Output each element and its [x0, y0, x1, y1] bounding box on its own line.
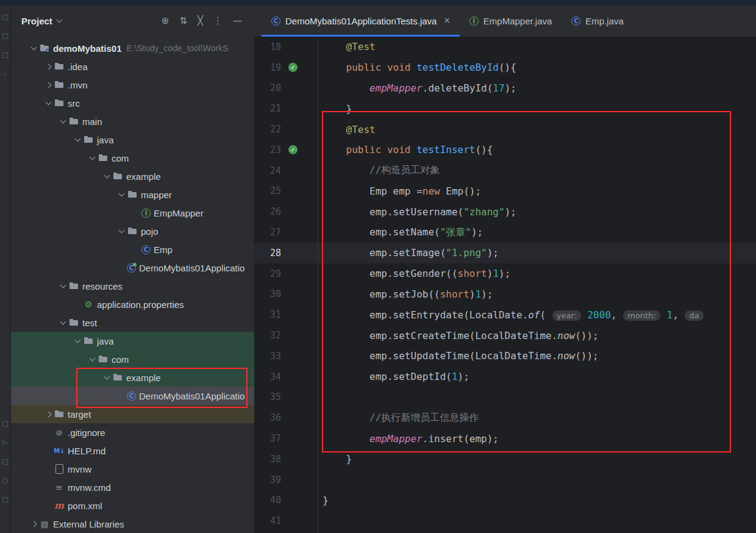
ide-window: □□□·□▷□○□ Project ⊕⇅╳⋮— demoMybatis01E:\…: [0, 0, 756, 533]
tool-stripe-icon[interactable]: ○: [2, 477, 9, 484]
tree-row-demomybatis01[interactable]: demoMybatis01E:\Study_code_tool\WorkS: [11, 39, 254, 57]
tree-row-demomybatis01applicatio[interactable]: CDemoMybatis01Applicatio: [11, 387, 254, 405]
tree-row-idea[interactable]: .idea: [11, 57, 254, 76]
tree-item-label: resources: [82, 281, 123, 292]
collapse-all-icon[interactable]: ╳: [198, 16, 203, 26]
code-text: //执行新增员工信息操作: [318, 412, 479, 424]
tree-row-external-libraries[interactable]: ▤External Libraries: [11, 515, 254, 533]
tree-row-mvnw-cmd[interactable]: ≡mvnw.cmd: [11, 478, 254, 496]
hide-panel-icon[interactable]: —: [233, 16, 242, 26]
tab-demomybatis01applicationtests-java[interactable]: CDemoMybatis01ApplicationTests.java×: [262, 5, 460, 37]
expand-collapse-icon[interactable]: ⇅: [179, 16, 187, 26]
tree-row-pom-xml[interactable]: mpom.xml: [11, 496, 254, 515]
tool-stripe-icon[interactable]: □: [2, 458, 8, 465]
tree-row-pojo[interactable]: pojo: [11, 222, 254, 240]
tree-row-example[interactable]: example: [11, 368, 254, 387]
tree-row-resources[interactable]: resources: [11, 277, 254, 295]
code-token: emp.setDeptId(: [323, 371, 452, 382]
more-options-icon[interactable]: ⋮: [213, 16, 223, 26]
code-token: ());: [575, 330, 599, 342]
window-top-strip: [0, 0, 756, 5]
project-dropdown-chevron-icon[interactable]: [56, 17, 62, 23]
chevron-right-icon: [30, 521, 37, 527]
folder-icon: [98, 152, 109, 163]
tree-row-mvn[interactable]: .mvn: [11, 76, 254, 94]
tree-row-gitignore[interactable]: ⊘.gitignore: [11, 423, 254, 442]
code-token: testDeleteById: [416, 62, 499, 73]
tree-row-application-properties[interactable]: ⚙application.properties: [11, 295, 254, 313]
tree-chevron-box[interactable]: [43, 412, 54, 417]
gutter: 25: [254, 185, 318, 196]
tree-row-com[interactable]: com: [11, 350, 254, 368]
tree-row-mvnw[interactable]: mvnw: [11, 460, 254, 478]
tree-row-mapper[interactable]: mapper: [11, 185, 254, 204]
tree-row-java[interactable]: java: [11, 332, 254, 350]
tree-chevron-box[interactable]: [87, 157, 98, 159]
tool-stripe-icon[interactable]: □: [2, 13, 8, 20]
tree-item-label: example: [126, 373, 161, 383]
chevron-down-icon: [104, 374, 110, 380]
tree-chevron-box[interactable]: [43, 83, 54, 87]
main-row: □□□·□▷□○□ Project ⊕⇅╳⋮— demoMybatis01E:\…: [0, 5, 756, 533]
gutter: 21: [254, 103, 318, 114]
tree-chevron-box[interactable]: [101, 376, 112, 379]
tree-row-main[interactable]: main: [11, 112, 254, 131]
folder-icon: [83, 134, 94, 145]
tree-row-com[interactable]: com: [11, 149, 254, 167]
code-editor[interactable]: 18 @Test19✓ public void testDeleteById()…: [254, 37, 756, 533]
code-line-18: 18 @Test: [254, 37, 756, 57]
tree-item-label: pojo: [141, 226, 158, 237]
code-text: emp.setImage("1.png");: [318, 247, 499, 259]
code-token: 17: [493, 82, 504, 94]
code-line-35: 35: [254, 387, 756, 408]
tree-row-test[interactable]: test: [11, 313, 254, 332]
tool-stripe-icon[interactable]: ▷: [2, 439, 7, 446]
code-text: }: [318, 103, 352, 115]
tree-chevron-box[interactable]: [43, 65, 54, 69]
project-panel-title[interactable]: Project: [21, 16, 52, 26]
code-text: emp.setGender((short)1);: [318, 268, 510, 279]
tree-chevron-box[interactable]: [28, 522, 39, 526]
tree-chevron-box[interactable]: [72, 340, 83, 342]
tree-row-empmapper[interactable]: IEmpMapper: [11, 204, 254, 222]
tree-row-emp[interactable]: CEmp: [11, 240, 254, 259]
tree-chevron-box[interactable]: [57, 120, 68, 123]
tree-chevron-box[interactable]: [57, 321, 68, 324]
line-number: 34: [254, 371, 281, 382]
class-icon: C: [271, 16, 280, 26]
tool-stripe-icon[interactable]: □: [2, 420, 8, 427]
tool-stripe-icon[interactable]: □: [2, 32, 8, 39]
code-token: ,: [672, 309, 684, 321]
tree-chevron-box[interactable]: [87, 358, 98, 360]
tab-empmapper-java[interactable]: IEmpMapper.java: [460, 5, 562, 37]
tree-chevron-box[interactable]: [116, 230, 127, 232]
tab-emp-java[interactable]: CEmp.java: [562, 5, 633, 37]
tree-chevron-box[interactable]: [116, 193, 127, 196]
tree-row-example[interactable]: example: [11, 167, 254, 185]
tree-row-target[interactable]: target: [11, 405, 254, 423]
tree-row-src[interactable]: src: [11, 94, 254, 112]
code-token: empMapper: [323, 82, 423, 94]
code-token: now: [557, 350, 575, 362]
code-line-37: 37 empMapper.insert(emp);: [254, 428, 756, 449]
test-passed-icon[interactable]: ✓: [288, 63, 298, 72]
tree-row-java[interactable]: java: [11, 131, 254, 149]
tree-chevron-box[interactable]: [28, 47, 39, 49]
code-token: );: [487, 247, 499, 259]
tree-chevron-box[interactable]: [43, 102, 54, 104]
code-token: emp.setEntrydate(LocalDate.: [323, 309, 528, 321]
close-tab-icon[interactable]: ×: [444, 15, 449, 26]
tool-stripe-icon[interactable]: □: [2, 51, 8, 58]
code-token: 1: [667, 309, 673, 321]
test-passed-icon[interactable]: ✓: [288, 145, 298, 154]
locate-icon[interactable]: ⊕: [162, 16, 169, 26]
tree-chevron-box[interactable]: [72, 138, 83, 141]
tree-chevron-box[interactable]: [57, 285, 68, 287]
tree-row-demomybatis01applicatio[interactable]: CDemoMybatis01Applicatio: [11, 259, 254, 277]
tree-chevron-box[interactable]: [101, 175, 112, 177]
tree-row-help-md[interactable]: M↓HELP.md: [11, 442, 254, 460]
tool-stripe-dot-icon: ·: [4, 70, 6, 79]
tree-item-label: com: [112, 153, 129, 163]
tool-stripe-icon[interactable]: □: [2, 496, 8, 503]
folder-icon: [127, 226, 138, 237]
